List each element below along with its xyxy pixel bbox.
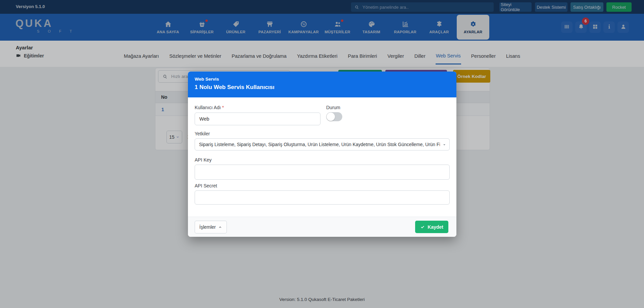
chevron-up-icon xyxy=(218,225,222,229)
status-label: Durum xyxy=(326,105,340,110)
actions-label: İşlemler xyxy=(199,224,216,230)
save-button[interactable]: Kaydet xyxy=(415,221,448,233)
modal-header: Web Servis 1 Nolu Web Servis Kullanıcısı xyxy=(188,72,456,97)
status-toggle[interactable] xyxy=(326,112,342,121)
api-secret-field[interactable] xyxy=(195,190,450,205)
save-label: Kaydet xyxy=(428,224,443,230)
modal-body: Kullanıcı Adı * Durum Yetkiler Sipariş L… xyxy=(188,97,456,217)
permissions-label: Yetkiler xyxy=(195,131,210,136)
required-asterisk: * xyxy=(222,105,224,110)
modal-footer: İşlemler Kaydet xyxy=(188,217,456,237)
toggle-knob xyxy=(327,113,335,121)
modal-title: Web Servis xyxy=(195,77,450,82)
web-service-modal: Web Servis 1 Nolu Web Servis Kullanıcısı… xyxy=(188,72,456,237)
permissions-select[interactable]: Sipariş Listeleme, Sipariş Detayı, Sipar… xyxy=(195,138,450,150)
check-icon xyxy=(420,225,425,229)
permissions-value: Sipariş Listeleme, Sipariş Detayı, Sipar… xyxy=(199,142,440,147)
caret-down-icon xyxy=(442,143,446,147)
username-label: Kullanıcı Adı * xyxy=(195,105,224,110)
api-key-field[interactable] xyxy=(195,165,450,180)
actions-dropdown-button[interactable]: İşlemler xyxy=(195,221,227,233)
username-field[interactable] xyxy=(195,113,320,125)
modal-subtitle: 1 Nolu Web Servis Kullanıcısı xyxy=(195,84,450,91)
api-secret-label: API Secret xyxy=(195,183,217,188)
api-key-label: API Key xyxy=(195,157,212,163)
